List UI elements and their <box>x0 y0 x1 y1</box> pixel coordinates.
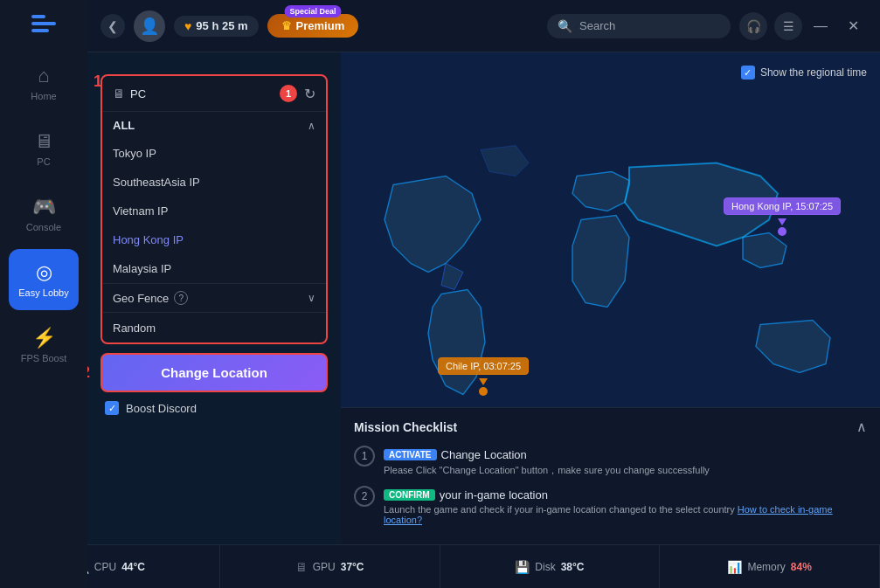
close-button[interactable]: ✕ <box>839 12 867 40</box>
sidebar-label-pc: PC <box>37 156 50 167</box>
chevron-down-icon: ∨ <box>308 292 315 304</box>
location-hong-kong[interactable]: Hong Kong IP <box>102 225 326 254</box>
collapse-button[interactable]: ∧ <box>856 419 867 435</box>
hong-kong-marker[interactable]: Hong Kong IP, 15:07:25 <box>724 197 841 236</box>
boost-discord-checkbox[interactable]: ✓ <box>105 401 119 415</box>
regional-time-label: Show the regional time <box>760 66 867 79</box>
disk-label: Disk <box>535 561 555 573</box>
step1-indicator: 1 <box>94 73 102 91</box>
sidebar-label-fps-boost: FPS Boost <box>21 353 67 363</box>
header-actions: 🎧 ☰ — ✕ <box>739 12 867 40</box>
mission-action-2: CONFIRM your in-game location <box>384 488 548 502</box>
console-icon: 🎮 <box>32 196 56 218</box>
step1-badge: 1 <box>280 85 297 102</box>
hong-kong-tooltip: Hong Kong IP, 15:07:25 <box>724 197 841 215</box>
chile-pin <box>479 378 488 385</box>
confirm-badge: CONFIRM <box>384 489 435 501</box>
mission-content-1: ACTIVATE Change Location Please Click "C… <box>384 446 867 477</box>
mission-item-2: 2 CONFIRM your in-game location Launch t… <box>354 486 867 525</box>
disk-icon: 💾 <box>515 560 530 574</box>
premium-button[interactable]: Special Deal ♛ Premium <box>267 14 359 38</box>
headset-button[interactable]: 🎧 <box>739 12 767 40</box>
regional-time-checkbox[interactable]: ✓ <box>741 66 755 80</box>
location-malaysia[interactable]: Malaysia IP <box>102 254 326 283</box>
change-location-button[interactable]: Change Location <box>100 353 328 392</box>
chile-marker[interactable]: Chile IP, 03:07:25 <box>438 357 529 396</box>
sidebar: ⌂ Home 🖥 PC 🎮 Console ◎ Easy Lobby ⚡ FPS… <box>0 0 87 588</box>
mission-item-1: 1 ACTIVATE Change Location Please Click … <box>354 446 867 477</box>
sidebar-item-fps-boost[interactable]: ⚡ FPS Boost <box>9 315 79 376</box>
mission-content-2: CONFIRM your in-game location Launch the… <box>384 486 867 525</box>
all-section-header[interactable]: ALL ∧ <box>102 112 326 139</box>
minimize-button[interactable]: — <box>809 18 832 34</box>
sidebar-item-easy-lobby[interactable]: ◎ Easy Lobby <box>9 249 79 310</box>
pc-icon: 🖥 <box>34 130 53 153</box>
memory-label: Memory <box>747 561 785 573</box>
mission-desc-2: Launch the game and check if your in-gam… <box>384 504 867 525</box>
location-selector: 🖥 PC 1 ↻ ALL ∧ Tokyo IP SoutheastAsia IP… <box>100 74 328 344</box>
regional-time-row: ✓ Show the regional time <box>741 66 867 80</box>
mission-desc-1: Please Click "Change Location" button，ma… <box>384 464 867 477</box>
svg-rect-0 <box>31 15 45 18</box>
sidebar-label-easy-lobby: Easy Lobby <box>18 287 68 298</box>
mission-panel: Mission Checklist ∧ 1 ACTIVATE Change Lo… <box>341 407 880 544</box>
sidebar-item-pc[interactable]: 🖥 PC <box>9 118 79 179</box>
mission-title: Mission Checklist <box>354 420 457 434</box>
sidebar-item-home[interactable]: ⌂ Home <box>9 52 79 114</box>
chile-dot <box>479 387 488 396</box>
regional-checkmark-icon: ✓ <box>744 67 752 79</box>
search-icon: 🔍 <box>558 19 572 33</box>
checkmark-icon: ✓ <box>108 403 116 414</box>
location-list: Tokyo IP SoutheastAsia IP Vietnam IP Hon… <box>102 139 326 283</box>
monitor-icon: 🖥 <box>113 86 125 100</box>
sidebar-label-console: Console <box>26 222 61 232</box>
avatar[interactable]: 👤 <box>134 10 165 42</box>
random-label: Random <box>113 322 156 335</box>
main-content: 1 🖥 PC 1 ↻ ALL ∧ Tokyo IP SoutheastAsia … <box>87 52 880 588</box>
gpu-value: 37°C <box>341 561 364 573</box>
menu-button[interactable]: ☰ <box>774 12 802 40</box>
mission-action-text-2: your in-game location <box>440 488 548 502</box>
crown-icon: ♛ <box>281 19 292 32</box>
selector-header: 🖥 PC 1 ↻ <box>102 76 326 112</box>
boost-discord-label: Boost Discord <box>126 402 197 415</box>
activate-badge: ACTIVATE <box>384 449 437 460</box>
location-tokyo[interactable]: Tokyo IP <box>102 139 326 168</box>
fps-boost-icon: ⚡ <box>32 327 56 349</box>
home-icon: ⌂ <box>38 65 49 87</box>
svg-rect-2 <box>31 29 49 32</box>
disk-value: 38°C <box>561 561 585 573</box>
hong-kong-pin <box>778 218 786 225</box>
premium-label: Premium <box>296 19 345 32</box>
left-panel: 1 🖥 PC 1 ↻ ALL ∧ Tokyo IP SoutheastAsia … <box>87 52 341 588</box>
chile-tooltip: Chile IP, 03:07:25 <box>438 357 529 375</box>
special-deal-badge: Special Deal <box>284 5 341 17</box>
geo-fence-section[interactable]: Geo Fence ? ∨ <box>102 283 326 312</box>
mission-num-2: 2 <box>354 486 375 507</box>
svg-rect-1 <box>31 22 56 25</box>
user-stats[interactable]: ♥ 95 h 25 m <box>174 16 259 37</box>
heart-icon: ♥ <box>184 19 191 33</box>
question-icon: ? <box>174 291 188 305</box>
status-disk: 💾 Disk 38°C <box>440 545 661 588</box>
geo-fence-text: Geo Fence <box>113 292 169 305</box>
memory-value: 84% <box>791 561 812 573</box>
pc-text: PC <box>130 87 146 100</box>
pc-label: 🖥 PC <box>113 86 146 100</box>
chevron-up-icon: ∧ <box>308 120 315 132</box>
search-placeholder: Search <box>579 19 615 32</box>
status-memory: 📊 Memory 84% <box>660 545 880 588</box>
hong-kong-dot <box>778 227 786 236</box>
location-vietnam[interactable]: Vietnam IP <box>102 197 326 225</box>
refresh-button[interactable]: ↻ <box>304 86 315 102</box>
map-area: Chile IP, 03:07:25 Hong Kong IP, 15:07:2… <box>341 52 880 588</box>
easy-lobby-icon: ◎ <box>36 261 52 284</box>
sidebar-item-console[interactable]: 🎮 Console <box>9 183 79 245</box>
nav-back-button[interactable]: ❮ <box>100 14 125 38</box>
memory-icon: 📊 <box>727 560 742 574</box>
location-southeast-asia[interactable]: SoutheastAsia IP <box>102 168 326 197</box>
mission-header: Mission Checklist ∧ <box>354 419 867 435</box>
search-box[interactable]: 🔍 Search <box>547 14 731 38</box>
header: ❮ 👤 ♥ 95 h 25 m Special Deal ♛ Premium 🔍… <box>87 0 880 52</box>
app-logo-icon <box>28 8 59 45</box>
